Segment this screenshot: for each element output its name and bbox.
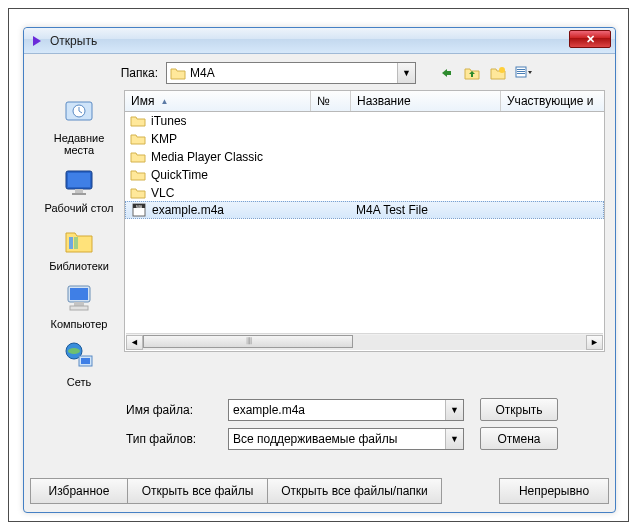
column-headers: Имя▲ № Название Участвующие и (124, 90, 605, 112)
svg-rect-16 (70, 288, 88, 300)
file-name: iTunes (147, 114, 311, 128)
file-list[interactable]: iTunesKMPMedia Player ClassicQuickTimeVL… (124, 112, 605, 352)
lookin-label: Папка: (106, 66, 158, 80)
place-computer[interactable]: Компьютер (39, 280, 119, 330)
file-row[interactable]: M4Aexample.m4aM4A Test File (125, 201, 604, 219)
svg-rect-4 (517, 71, 525, 72)
svg-marker-0 (33, 36, 41, 46)
place-label: Недавние места (39, 132, 119, 156)
close-icon: ✕ (586, 33, 595, 46)
open-button[interactable]: Открыть (480, 398, 558, 421)
open-all-folders-button[interactable]: Открыть все файлы/папки (268, 478, 442, 504)
new-folder-button[interactable] (488, 63, 508, 83)
svg-rect-14 (74, 237, 78, 249)
file-name: QuickTime (147, 168, 311, 182)
computer-icon (61, 280, 97, 316)
open-all-files-button[interactable]: Открыть все файлы (128, 478, 268, 504)
scroll-left-icon[interactable]: ◄ (126, 335, 143, 350)
col-name[interactable]: Имя▲ (125, 91, 311, 111)
svg-rect-18 (70, 306, 88, 310)
svg-text:M4A: M4A (136, 205, 142, 209)
titlebar: Открыть ✕ (24, 28, 615, 54)
file-name: VLC (147, 186, 311, 200)
place-libraries[interactable]: Библиотеки (39, 222, 119, 272)
svg-point-1 (499, 67, 505, 73)
folder-icon (129, 168, 147, 182)
folder-name: M4A (190, 66, 397, 80)
window-title: Открыть (50, 34, 97, 48)
svg-rect-10 (68, 173, 90, 187)
horizontal-scrollbar[interactable]: ◄ ⦀⦀ ► (126, 333, 603, 350)
scroll-right-icon[interactable]: ► (586, 335, 603, 350)
folder-row[interactable]: iTunes (125, 112, 604, 130)
place-label: Библиотеки (49, 260, 109, 272)
col-no[interactable]: № (311, 91, 351, 111)
folder-row[interactable]: KMP (125, 130, 604, 148)
network-icon (61, 338, 97, 374)
svg-rect-11 (75, 189, 83, 193)
svg-rect-12 (72, 193, 86, 195)
file-name: Media Player Classic (147, 150, 311, 164)
svg-rect-5 (517, 73, 525, 74)
folder-row[interactable]: Media Player Classic (125, 148, 604, 166)
chevron-down-icon: ▼ (445, 429, 463, 449)
place-label: Рабочий стол (44, 202, 113, 214)
filename-input[interactable]: example.m4a ▼ (228, 399, 464, 421)
places-bar: Недавние места Рабочий стол Библиотеки (34, 90, 124, 388)
scroll-thumb[interactable]: ⦀⦀ (143, 335, 353, 348)
view-menu-button[interactable] (514, 63, 534, 83)
place-label: Компьютер (51, 318, 108, 330)
cancel-button[interactable]: Отмена (480, 427, 558, 450)
svg-rect-21 (81, 358, 90, 364)
up-button[interactable] (462, 63, 482, 83)
file-title: M4A Test File (352, 203, 502, 217)
filename-label: Имя файла: (126, 403, 228, 417)
chevron-down-icon: ▼ (445, 400, 463, 420)
close-button[interactable]: ✕ (569, 30, 611, 48)
back-button[interactable] (436, 63, 456, 83)
folder-icon (129, 186, 147, 200)
file-name: example.m4a (148, 203, 312, 217)
place-desktop[interactable]: Рабочий стол (39, 164, 119, 214)
svg-rect-13 (69, 237, 73, 249)
app-icon (30, 34, 44, 48)
filetype-label: Тип файлов: (126, 432, 228, 446)
folder-icon (129, 114, 147, 128)
filetype-dropdown[interactable]: Все поддерживаемые файлы ▼ (228, 428, 464, 450)
file-name: KMP (147, 132, 311, 146)
place-label: Сеть (67, 376, 91, 388)
desktop-icon (61, 164, 97, 200)
chevron-down-icon: ▼ (397, 63, 415, 83)
folder-icon (170, 65, 186, 81)
svg-rect-17 (74, 302, 84, 306)
folder-row[interactable]: VLC (125, 184, 604, 202)
folder-dropdown[interactable]: M4A ▼ (166, 62, 416, 84)
col-participants[interactable]: Участвующие и (501, 91, 604, 111)
continuous-button[interactable]: Непрерывно (499, 478, 609, 504)
place-network[interactable]: Сеть (39, 338, 119, 388)
col-title[interactable]: Название (351, 91, 501, 111)
svg-rect-3 (517, 69, 525, 70)
svg-marker-6 (528, 71, 532, 74)
folder-icon (129, 132, 147, 146)
sort-asc-icon: ▲ (160, 97, 168, 106)
libraries-icon (61, 222, 97, 258)
recent-places-icon (61, 94, 97, 130)
folder-icon (129, 150, 147, 164)
open-dialog: Открыть ✕ Папка: M4A ▼ (23, 27, 616, 513)
file-icon: M4A (130, 203, 148, 217)
place-recent[interactable]: Недавние места (39, 94, 119, 156)
folder-row[interactable]: QuickTime (125, 166, 604, 184)
favorites-button[interactable]: Избранное (30, 478, 128, 504)
